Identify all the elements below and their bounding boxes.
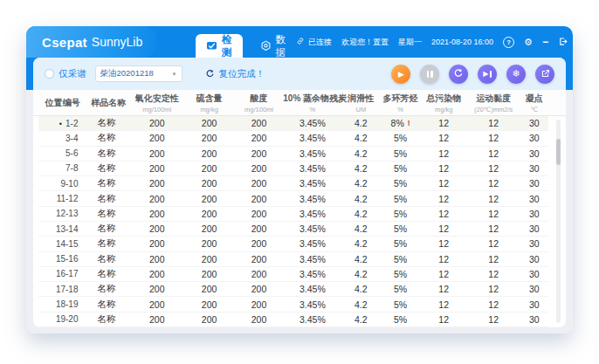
table-header-row: 位置编号样品名称氧化安定性mg/100ml硫含量mg/kg酸度mg/100ml1… [33,90,566,116]
cell: 4.2 [341,299,380,310]
cell: 3.45% [283,194,341,204]
cell: 12 [421,118,467,128]
cell: 3.45% [283,314,341,325]
cell: 12 [466,223,520,234]
cell: 200 [183,299,234,310]
cell-position-id: 17-18 [38,285,86,294]
cell: 30 [520,254,548,264]
table-row[interactable]: 15-16名称2002002003.45%4.25%121230 [38,252,548,267]
scrollbar-thumb[interactable] [556,139,561,165]
cell: 3.45% [283,209,341,219]
action-buttons: ▶ ▶ ❄ [391,65,554,84]
cell: 30 [520,238,548,249]
cell: 3.45% [283,118,341,128]
reset-status: 复位完成！ [205,66,265,82]
table-row[interactable]: 7-8名称2002002003.45%4.25%121230 [38,161,548,176]
table-row[interactable]: 18-19名称2002002003.45%4.25%121230 [38,297,548,312]
refresh-button[interactable] [449,65,468,84]
table-row[interactable]: 17-18名称2002002003.45%4.25%121230 [38,282,548,297]
cell: 200 [130,178,183,189]
cell: 200 [130,284,183,294]
table-row[interactable]: 11-12名称2002002003.45%4.25%121230 [38,191,548,206]
table-scrollbar[interactable] [556,120,561,323]
weekday-text: 星期一 [398,37,422,48]
cell: 5% [380,133,421,143]
cell: 200 [130,133,183,143]
cell: 4.2 [341,284,380,294]
cell: 名称 [86,117,130,129]
cell: 200 [183,163,234,174]
cell: 30 [520,118,548,128]
table-row[interactable]: 19-20名称2002002003.45%4.25%121230 [38,312,548,327]
cell: 30 [520,163,548,174]
table-row[interactable]: 3-4名称2002002003.45%4.25%121230 [38,131,548,146]
main-tabs: 检测 数据 [196,26,296,58]
sample-dropdown[interactable]: 柴油20201218 ▼ [95,65,182,82]
cell: 200 [183,178,234,189]
cell: 5% [380,178,421,189]
cell: 12 [466,178,520,189]
cell: 5% [380,299,421,310]
cell: 4.2 [341,118,380,128]
datetime-text: 2021-08-20 16:00 [431,38,493,46]
table-row[interactable]: 14-15名称2002002003.45%4.25%121230 [38,237,548,251]
cell: 4.2 [341,178,380,189]
cell: 200 [235,254,283,264]
greeting-text: 欢迎您！置置 [341,37,389,48]
logout-icon[interactable] [558,37,568,48]
cell: 200 [235,284,283,294]
column-header: 酸度mg/100ml [235,93,283,113]
tab-data[interactable]: 数据 [250,34,297,58]
cell: 4.2 [341,254,380,264]
column-header: 位置编号 [38,97,86,109]
table-row[interactable]: •1-2名称2002002003.45%4.28%!121230 [38,116,548,131]
cell: 200 [183,133,234,143]
skip-button[interactable]: ▶ [478,65,497,84]
freeze-button[interactable]: ❄ [506,65,526,84]
cell: 4.2 [341,133,380,143]
cell: 5% [380,284,421,294]
cell: 30 [520,209,548,219]
link-icon [296,37,305,47]
spectrum-only-label: 仅采谱 [59,68,86,80]
table-row[interactable]: 9-10名称2002002003.45%4.25%121230 [38,176,548,191]
cell: 名称 [86,299,130,311]
cell: 200 [130,118,183,128]
cell-position-id: 7-8 [38,163,86,173]
start-button[interactable]: ▶ [391,65,410,84]
cell: 200 [130,163,183,174]
cell: 30 [520,178,548,189]
cell: 200 [235,133,283,143]
cell: 4.2 [341,148,380,159]
table-row[interactable]: 12-13名称2002002003.45%4.25%121230 [38,207,548,222]
help-icon[interactable]: ? [503,37,514,48]
cell: 200 [130,254,183,264]
cell: 12 [421,254,467,264]
column-header: 多环芳烃% [380,93,421,113]
cell: 5% [380,209,421,219]
cell: 5% [380,254,421,264]
tab-detection[interactable]: 检测 [196,34,243,58]
cell: 200 [235,148,283,159]
table-row[interactable]: 5-6名称2002002003.45%4.25%121230 [38,147,548,161]
cell: 12 [421,238,467,249]
cell: 12 [421,194,467,204]
data-shield-icon [260,40,272,52]
spectrum-only-radio[interactable] [45,69,54,79]
cell: 名称 [86,223,130,235]
cell: 3.45% [283,178,341,189]
edit-button[interactable] [535,65,554,84]
pause-button[interactable] [420,65,439,84]
cell: 4.2 [341,163,380,174]
cell: 12 [466,209,520,219]
settings-gear-icon[interactable]: ⚙ [524,38,533,47]
cell: 12 [466,254,520,264]
app-logo: Csepat SunnyLib [26,26,157,58]
cell: 200 [183,118,234,128]
tab-data-label: 数据 [276,33,286,59]
minimize-icon[interactable]: − [542,36,548,48]
cell: 3.45% [283,148,341,159]
cell: 5% [380,269,421,279]
table-row[interactable]: 13-14名称2002002003.45%4.25%121230 [38,222,548,237]
table-row[interactable]: 16-17名称2002002003.45%4.25%121230 [38,267,548,282]
